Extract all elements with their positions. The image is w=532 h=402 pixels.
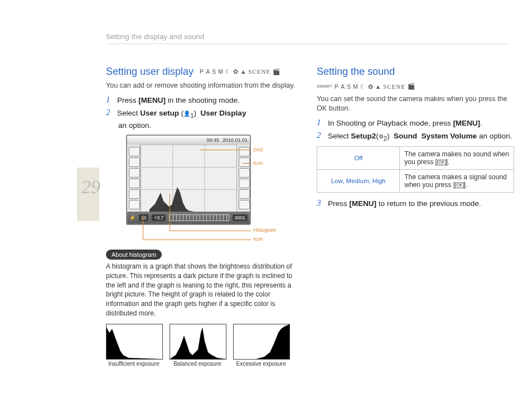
lcd-counter: 0001 bbox=[233, 214, 248, 221]
mode-icons-left: P A S M ☾ ✿ ▲ SCENE 🎬 bbox=[200, 68, 280, 75]
mode-icons-right: SMART P A S M ☾ ✿ ▲ SCENE 🎬 bbox=[317, 83, 415, 90]
ok-icon: OK bbox=[437, 160, 446, 165]
about-histogram-chip: About histogram bbox=[106, 250, 162, 260]
step-number: 1 bbox=[106, 95, 114, 106]
text: ]. bbox=[464, 181, 468, 189]
step-number: 2 bbox=[317, 131, 325, 143]
lcd-flash-icon: ⚡ bbox=[129, 215, 136, 221]
sound-bold: Sound bbox=[394, 132, 417, 140]
histogram-caption: Insufficient exposure bbox=[106, 361, 162, 367]
lcd-ev: +3.7 bbox=[152, 214, 166, 221]
table-row: Low, Medium, High The camera makes a sig… bbox=[317, 170, 514, 193]
lcd-icon bbox=[239, 179, 250, 188]
step-number: 2 bbox=[106, 108, 114, 131]
mode-s-icon: S bbox=[212, 68, 216, 75]
lcd-date: 2010.01.01 bbox=[223, 137, 248, 143]
text: Press bbox=[328, 199, 349, 208]
system-volume-bold: System Volume bbox=[422, 132, 477, 140]
lcd-icon bbox=[129, 147, 140, 156]
lcd-icon bbox=[239, 189, 250, 199]
mode-smart-icon: SMART bbox=[317, 84, 332, 89]
text: . bbox=[480, 119, 482, 127]
lcd-time: 09:45 bbox=[206, 137, 219, 143]
callout-label: Histogram bbox=[253, 227, 276, 233]
right-lead: You can set the sound the camera makes w… bbox=[317, 94, 514, 113]
histogram-insufficient: Insufficient exposure bbox=[106, 324, 162, 367]
step-number: 1 bbox=[317, 118, 325, 129]
right-column: Setting the sound SMART P A S M ☾ ✿ ▲ SC… bbox=[317, 66, 514, 212]
mode-landscape-icon: ▲ bbox=[240, 68, 246, 75]
lcd-icon bbox=[129, 189, 140, 199]
histogram-excessive: Excessive exposure bbox=[233, 324, 289, 367]
step-body: Select User setup (👤1) User Display an o… bbox=[117, 108, 246, 131]
callout-label: Icon bbox=[253, 236, 263, 242]
callout-label: Icon bbox=[253, 160, 263, 166]
right-step-2: 2 Select Setup2(⚙2) Sound System Volume … bbox=[317, 131, 514, 143]
lcd-ev-meter bbox=[169, 214, 229, 221]
text: in the shooting mode. bbox=[166, 96, 240, 104]
mode-movie-icon: 🎬 bbox=[273, 68, 280, 75]
step-body: In Shooting or Playback mode, press [MEN… bbox=[328, 118, 482, 129]
sound-off-key: Off bbox=[317, 147, 400, 170]
text: ) bbox=[194, 109, 199, 117]
ok-icon: OK bbox=[455, 183, 464, 188]
mode-scene-icon: SCENE bbox=[383, 83, 405, 90]
lcd-icon bbox=[129, 200, 140, 209]
gear-icon: ⚙ bbox=[379, 133, 384, 140]
mode-p-icon: P bbox=[200, 68, 204, 75]
mode-s-icon: S bbox=[347, 83, 351, 90]
left-heading-text: Setting user display bbox=[106, 66, 194, 77]
histogram-balanced: Balanced exposure bbox=[170, 324, 225, 367]
breadcrumb: Setting the display and sound bbox=[106, 32, 204, 41]
mode-a-icon: A bbox=[206, 68, 210, 75]
right-step-3: 3 Press [MENU] to return to the previous… bbox=[317, 198, 514, 209]
lcd-right-icons bbox=[236, 145, 250, 212]
lcd-icon bbox=[129, 168, 140, 178]
text: Select bbox=[117, 109, 140, 117]
page-number: 29 bbox=[81, 176, 100, 198]
user-setup-bold: User setup bbox=[140, 109, 179, 117]
callout-histogram: Histogram bbox=[253, 227, 276, 233]
sound-levels-val: The camera makes a signal sound when you… bbox=[400, 170, 514, 193]
lcd-left-icons bbox=[127, 145, 141, 212]
left-step-2: 2 Select User setup (👤1) User Display an… bbox=[106, 108, 301, 131]
header-rule bbox=[106, 44, 510, 44]
about-histogram-body: A histogram is a graph that shows the br… bbox=[106, 262, 301, 318]
sound-table: Off The camera makes no sound when you p… bbox=[317, 146, 514, 193]
left-heading: Setting user display P A S M ☾ ✿ ▲ SCENE… bbox=[106, 66, 301, 78]
lcd-shots: 20 bbox=[139, 214, 148, 221]
mode-m-icon: M bbox=[353, 83, 358, 90]
text: ]. bbox=[446, 158, 450, 166]
left-step-1: 1 Press [MENU] in the shooting mode. bbox=[106, 95, 301, 106]
sound-off-val: The camera makes no sound when you press… bbox=[400, 147, 514, 170]
table-row: Off The camera makes no sound when you p… bbox=[317, 147, 514, 170]
mode-landscape-icon: ▲ bbox=[375, 83, 381, 90]
histogram-frame bbox=[170, 324, 226, 360]
histogram-caption: Excessive exposure bbox=[233, 361, 289, 367]
histogram-examples: Insufficient exposure Balanced exposure … bbox=[106, 324, 301, 367]
mode-night-icon: ☾ bbox=[225, 68, 231, 75]
step-body: Select Setup2(⚙2) Sound System Volume an… bbox=[328, 131, 512, 143]
callout-icon-top: Icon bbox=[253, 160, 263, 166]
setup2-bold: Setup2 bbox=[351, 132, 376, 140]
lcd-bottombar: ⚡ 20 +3.7 0001 bbox=[127, 212, 250, 224]
callout-icon-bottom: Icon bbox=[253, 236, 263, 242]
lcd-icon bbox=[239, 147, 250, 156]
user-display-bold: User Display bbox=[201, 109, 246, 117]
lcd-grid bbox=[141, 145, 236, 212]
menu-key: [MENU] bbox=[349, 199, 376, 208]
step-body: Press [MENU] to return to the previous m… bbox=[328, 198, 481, 209]
lcd-topbar: 09:45 2010.01.01 bbox=[127, 136, 250, 145]
text: ) bbox=[387, 132, 391, 140]
mode-a-icon: A bbox=[341, 83, 345, 90]
mode-scene-icon: SCENE bbox=[248, 68, 270, 75]
menu-key: [MENU] bbox=[138, 96, 166, 104]
lcd-icon bbox=[239, 168, 250, 178]
text: to return to the previous mode. bbox=[376, 199, 481, 208]
mode-beauty-icon: ✿ bbox=[233, 68, 238, 75]
mode-beauty-icon: ✿ bbox=[368, 83, 373, 90]
text: Select bbox=[328, 132, 351, 140]
lcd-icon bbox=[129, 179, 140, 188]
text: In Shooting or Playback mode, press bbox=[328, 119, 453, 127]
left-lead: You can add or remove shooting informati… bbox=[106, 81, 301, 90]
